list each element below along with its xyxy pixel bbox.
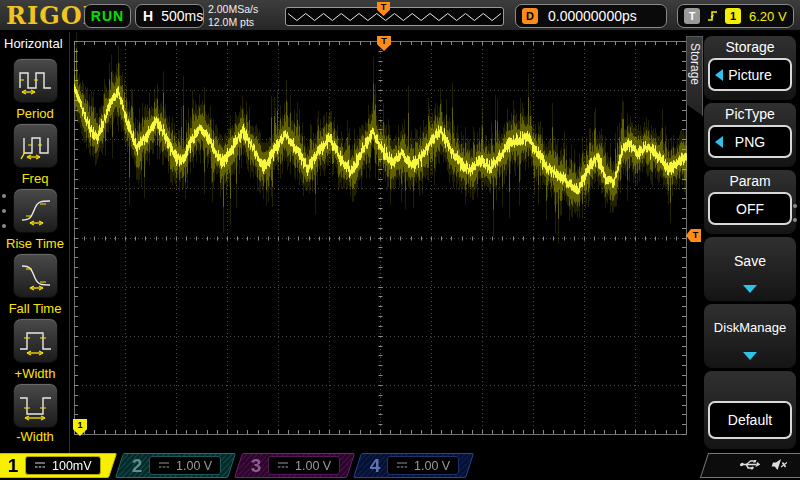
channel1-number: 1 (8, 455, 19, 477)
channel2-number: 2 (132, 455, 143, 477)
diskmanage-item[interactable]: DiskManage (704, 304, 796, 368)
freq-measure-button[interactable] (13, 123, 58, 168)
plus-width-label: +Width (0, 366, 70, 381)
default-item: Default (704, 371, 796, 449)
fall-time-icon (18, 261, 54, 291)
storage-menu-tab-label: Storage (688, 43, 702, 85)
system-status-tab (700, 453, 800, 478)
channel3-scale-box: 1.00 V (268, 456, 340, 475)
oscilloscope-screen: { "top_bar": { "logo": "RIGOL", "run_sta… (0, 0, 800, 480)
period-icon (18, 66, 54, 96)
top-status-bar: RIGOL RUN H 500ms 2.00MSa/s 12.0M pts T … (0, 0, 800, 32)
delay-readout: D 0.00000000ps (515, 4, 667, 28)
pictype-item: PicType PNG (704, 103, 796, 167)
freq-icon (18, 131, 54, 161)
plus-width-measure-button[interactable] (13, 318, 58, 363)
sample-rate: 2.00MSa/s (208, 3, 258, 16)
left-arrow-icon (715, 69, 723, 81)
default-button[interactable]: Default (708, 401, 792, 439)
minus-width-label: -Width (0, 429, 70, 444)
param-button[interactable]: OFF (708, 192, 792, 225)
default-label: Default (728, 412, 772, 428)
trigger-badge: T (684, 8, 700, 24)
trigger-source-badge: 1 (725, 8, 741, 24)
timebase-h-label: H (143, 8, 153, 24)
rise-time-measure-button[interactable] (13, 188, 58, 233)
trigger-readout: T 1 6.20 V (677, 4, 794, 28)
trigger-slope-icon (706, 9, 719, 23)
left-menu-title: Horizontal (4, 36, 63, 51)
memory-depth: 12.0M pts (208, 16, 258, 29)
scope-display (70, 32, 700, 453)
dc-coupling-icon (34, 461, 46, 470)
delay-badge: D (522, 8, 538, 24)
diskmanage-label: DiskManage (704, 304, 796, 335)
channel4-scale-box: 1.00 V (387, 456, 459, 475)
menu-page-dot (2, 224, 6, 228)
save-label: Save (704, 237, 796, 269)
storage-menu-tab[interactable]: Storage (686, 36, 703, 116)
timebase-value: 500ms (161, 8, 203, 24)
dc-coupling-icon (396, 461, 408, 470)
down-arrow-icon (743, 285, 757, 293)
trigger-level-value: 6.20 V (749, 9, 787, 24)
channel2-scale-box: 1.00 V (149, 456, 221, 475)
channel1-scale-box: 100mV (25, 456, 101, 475)
storage-type-title: Storage (704, 36, 796, 55)
fall-time-label: Fall Time (0, 301, 70, 316)
down-arrow-icon (743, 352, 757, 360)
speaker-muted-icon (769, 458, 790, 471)
channel3-number: 3 (251, 455, 262, 477)
pictype-button[interactable]: PNG (708, 125, 792, 158)
preview-wave (286, 8, 503, 25)
rise-time-icon (18, 196, 54, 226)
delay-value: 0.00000000ps (548, 8, 637, 24)
channel2-scale: 1.00 V (176, 459, 212, 473)
param-title: Param (704, 170, 796, 189)
channel-status-bar: 1 100mV 2 1.00 V 3 1.00 V (0, 453, 800, 480)
channel3-scale: 1.00 V (295, 459, 331, 473)
period-label: Period (0, 106, 70, 121)
menu-page-dot (793, 204, 797, 208)
usb-icon (737, 458, 763, 471)
run-status: RUN (84, 4, 131, 28)
left-arrow-icon (715, 136, 723, 148)
storage-type-value: Picture (728, 67, 772, 83)
dc-coupling-icon (277, 461, 289, 470)
left-measure-menu: Horizontal Period Freq Rise Time (0, 32, 70, 453)
pictype-value: PNG (735, 134, 765, 150)
storage-type-button[interactable]: Picture (708, 58, 792, 91)
param-value: OFF (736, 201, 764, 217)
period-measure-button[interactable] (13, 58, 58, 103)
menu-page-dot (793, 218, 797, 222)
acquisition-readout: 2.00MSa/s 12.0M pts (208, 3, 258, 29)
channel4-tab[interactable]: 4 1.00 V (353, 453, 474, 478)
minus-width-measure-button[interactable] (13, 383, 58, 428)
storage-type-item: Storage Picture (704, 36, 796, 100)
minus-width-icon (18, 391, 54, 421)
fall-time-measure-button[interactable] (13, 253, 58, 298)
channel3-tab[interactable]: 3 1.00 V (234, 453, 355, 478)
run-status-label: RUN (91, 8, 124, 24)
plus-width-icon (18, 326, 54, 356)
channel4-number: 4 (370, 455, 381, 477)
dc-coupling-icon (158, 461, 170, 470)
menu-page-dot (2, 194, 6, 198)
save-item[interactable]: Save (704, 237, 796, 301)
channel4-scale: 1.00 V (414, 459, 450, 473)
scope-canvas (70, 32, 700, 453)
waveform-preview (285, 7, 504, 26)
channel1-scale: 100mV (52, 459, 92, 473)
channel1-tab[interactable]: 1 100mV (0, 453, 117, 478)
menu-page-dot (2, 209, 6, 213)
timebase-readout: H 500ms (135, 4, 204, 28)
rise-time-label: Rise Time (0, 236, 70, 251)
param-item: Param OFF (704, 170, 796, 234)
freq-label: Freq (0, 171, 70, 186)
pictype-title: PicType (704, 103, 796, 122)
channel2-tab[interactable]: 2 1.00 V (115, 453, 236, 478)
